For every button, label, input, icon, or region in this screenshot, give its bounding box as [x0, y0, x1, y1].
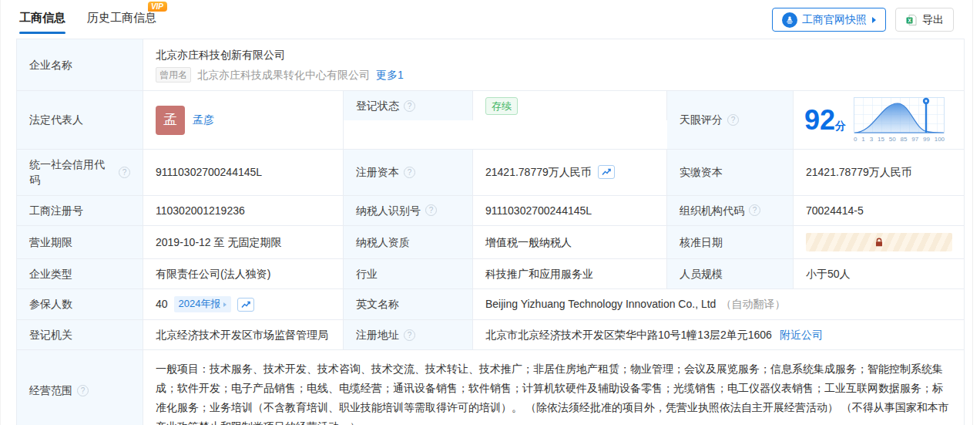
export-button[interactable]: X 导出 [895, 8, 954, 32]
help-icon[interactable]: ? [425, 204, 437, 216]
status-badge: 存续 [485, 97, 518, 115]
help-icon[interactable]: ? [404, 329, 415, 341]
industry-value: 科技推广和应用服务业 [473, 259, 667, 288]
nearby-companies-link[interactable]: 附近公司 [780, 327, 823, 342]
reg-capital-label: 注册资本? [344, 150, 473, 195]
reg-status-value: 存续 [473, 91, 667, 120]
annual-report-badge[interactable]: 2024年报 [174, 296, 231, 312]
reg-capital-value: 21421.78779万人民币 [473, 150, 667, 195]
reg-address-value: 北京市北京经济技术开发区荣华中路10号1幢13层2单元1606 附近公司 [473, 320, 964, 349]
english-name-value: Beijing Yizhuang Technology Innovation C… [473, 289, 964, 319]
row-reg-number: 工商注册号 110302001219236 纳税人识别号? 9111030270… [17, 196, 964, 226]
insured-count-value: 40 2024年报 [143, 289, 344, 319]
staff-size-label: 人员规模 [667, 259, 794, 288]
help-icon[interactable]: ? [727, 114, 739, 126]
company-type-label: 企业类型 [17, 259, 143, 288]
taxpayer-quality-value: 增值税一般纳税人 [473, 226, 667, 258]
tyc-score-value[interactable]: 92分 [794, 91, 964, 149]
snapshot-button-label: 工商官网快照 [802, 13, 867, 27]
industry-label: 行业 [344, 259, 473, 288]
legal-rep-label: 法定代表人 [17, 91, 143, 149]
reg-authority-value: 北京经济技术开发区市场监督管理局 [143, 320, 344, 349]
excel-icon: X [905, 14, 918, 26]
lock-icon [874, 237, 884, 248]
former-name: 北京亦庄科技成果转化中心有限公司 [197, 67, 370, 83]
avatar[interactable]: 孟 [156, 106, 185, 135]
business-scope-label: 经营范围? [17, 350, 143, 425]
row-company-name: 企业名称 北京亦庄科技创新有限公司 曾用名 北京亦庄科技成果转化中心有限公司 更… [17, 39, 964, 91]
approval-date-label: 核准日期 [667, 226, 794, 258]
company-name: 北京亦庄科技创新有限公司 [156, 47, 285, 62]
help-icon[interactable]: ? [404, 100, 415, 112]
score-distribution-chart: 0131550859799100 [854, 96, 945, 144]
reg-number-value: 110302001219236 [143, 196, 344, 225]
legal-rep-value: 孟 孟彦 [143, 91, 344, 149]
paid-capital-value: 21421.78779万人民币 [794, 150, 964, 195]
org-code-label: 组织机构代码? [667, 196, 794, 225]
header: 工商信息 历史工商信息 VIP 工商官网快照 X 导出 [1, 0, 980, 39]
credit-code-value: 91110302700244145L [143, 150, 344, 195]
company-name-label: 企业名称 [17, 39, 143, 90]
legal-rep-name-link[interactable]: 孟彦 [193, 112, 214, 127]
caret-right-icon [872, 17, 876, 23]
row-business-scope: 经营范围? 一般项目：技术服务、技术开发、技术咨询、技术交流、技术转让、技术推广… [17, 350, 964, 425]
tab-history-info-label: 历史工商信息 [87, 11, 156, 24]
stamp-icon [782, 12, 797, 28]
row-business-term: 营业期限 2019-10-12 至 无固定期限 纳税人资质 增值税一般纳税人 核… [17, 226, 964, 259]
help-icon[interactable]: ? [119, 167, 130, 178]
taxpayer-id-label: 纳税人识别号? [344, 196, 473, 225]
former-name-tag: 曾用名 [156, 67, 191, 83]
company-type-value: 有限责任公司(法人独资) [143, 259, 344, 288]
more-former-names-link[interactable]: 更多1 [376, 67, 404, 83]
help-icon[interactable]: ? [404, 167, 415, 178]
tab-business-info-label: 工商信息 [19, 11, 65, 24]
caret-right-icon [223, 302, 227, 307]
svg-text:X: X [908, 17, 911, 22]
org-code-value: 70024414-5 [794, 196, 964, 225]
row-insured-count: 参保人数 40 2024年报 英文名称 Beijing Yizhuang Tec… [17, 289, 964, 320]
company-name-value: 北京亦庄科技创新有限公司 曾用名 北京亦庄科技成果转化中心有限公司 更多1 [143, 39, 964, 90]
help-icon[interactable]: ? [77, 385, 89, 396]
locked-value[interactable] [806, 233, 952, 251]
capital-trend-icon[interactable] [598, 165, 615, 179]
row-legal-rep: 法定代表人 孟 孟彦 登记状态 ? 存续 天眼评分 ? 92分 [17, 91, 964, 150]
taxpayer-quality-label: 纳税人资质 [344, 226, 473, 258]
business-info-table: 企业名称 北京亦庄科技创新有限公司 曾用名 北京亦庄科技成果转化中心有限公司 更… [16, 39, 965, 425]
tab-business-info[interactable]: 工商信息 [19, 11, 65, 34]
row-company-type: 企业类型 有限责任公司(法人独资) 行业 科技推广和应用服务业 人员规模 小于5… [17, 259, 964, 289]
reg-number-label: 工商注册号 [17, 196, 143, 225]
english-name-label: 英文名称 [344, 289, 473, 319]
score-number: 92 [804, 104, 835, 136]
tab-history-info[interactable]: 历史工商信息 VIP [87, 11, 156, 34]
vip-badge: VIP [148, 2, 167, 12]
credit-code-label: 统一社会信用代码? [17, 150, 143, 195]
paid-capital-label: 实缴资本 [667, 150, 794, 195]
insured-count-label: 参保人数 [17, 289, 143, 319]
header-actions: 工商官网快照 X 导出 [772, 8, 954, 32]
export-button-label: 导出 [922, 13, 944, 27]
reg-authority-label: 登记机关 [17, 320, 143, 349]
staff-size-value: 小于50人 [794, 259, 964, 288]
business-scope-value: 一般项目：技术服务、技术开发、技术咨询、技术交流、技术转让、技术推广；非居住房地… [143, 350, 964, 425]
help-icon[interactable]: ? [749, 204, 760, 216]
approval-date-value [794, 226, 965, 258]
tyc-score-label: 天眼评分 ? [667, 91, 794, 149]
row-reg-authority: 登记机关 北京经济技术开发区市场监督管理局 注册地址? 北京市北京经济技术开发区… [17, 320, 964, 350]
business-term-value: 2019-10-12 至 无固定期限 [143, 226, 344, 258]
reg-address-label: 注册地址? [344, 320, 473, 349]
auto-translate-note: （自动翻译） [720, 296, 785, 312]
snapshot-button[interactable]: 工商官网快照 [772, 8, 886, 32]
taxpayer-id-value: 91110302700244145L [473, 196, 667, 225]
insured-trend-icon[interactable] [237, 298, 254, 312]
row-credit-code: 统一社会信用代码? 91110302700244145L 注册资本? 21421… [17, 150, 964, 196]
business-term-label: 营业期限 [17, 226, 143, 258]
score-axis-ticks: 0131550859799100 [854, 135, 945, 144]
reg-status-label: 登记状态 ? [344, 91, 473, 120]
score-unit: 分 [835, 120, 846, 132]
